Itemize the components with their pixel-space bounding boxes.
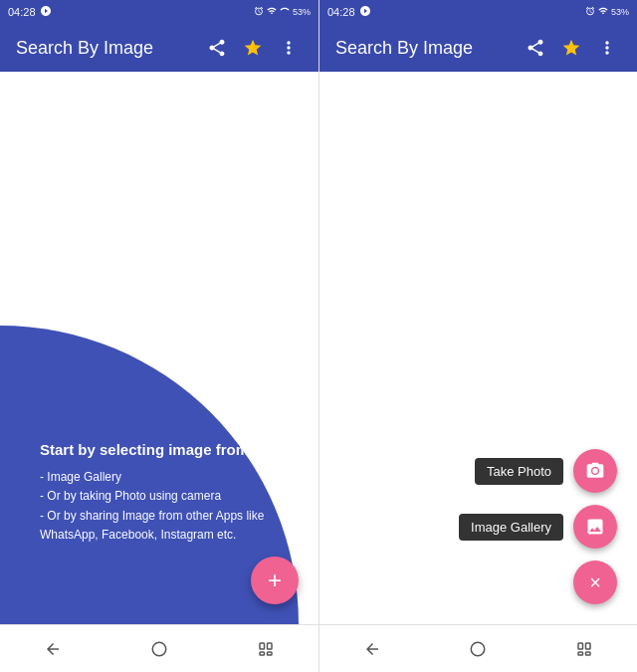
status-wifi-icon-2 <box>598 6 608 18</box>
image-gallery-label: Image Gallery <box>459 514 563 541</box>
app-bar-1: Search By Image <box>0 24 318 72</box>
intro-text-block: Start by selecting image from: - Image G… <box>40 441 269 545</box>
fab-close-button[interactable]: × <box>573 560 617 604</box>
app-bar-actions-1 <box>203 34 303 62</box>
nav-back-1[interactable] <box>33 629 73 669</box>
content-area-2: Take Photo Image Gallery × <box>319 72 637 624</box>
fab-button-1[interactable]: + <box>251 557 299 604</box>
status-signal-icon-1 <box>40 5 52 19</box>
content-area-1: Start by selecting image from: - Image G… <box>0 72 318 624</box>
take-photo-label: Take Photo <box>475 458 563 485</box>
status-signal-bars-1 <box>280 6 290 18</box>
svg-rect-2 <box>267 643 272 649</box>
svg-rect-4 <box>267 652 272 655</box>
phone-screen-2: 04:28 53% Search By Image <box>318 0 637 672</box>
take-photo-button[interactable] <box>573 449 617 493</box>
svg-rect-3 <box>260 652 265 655</box>
status-bar-1: 04:28 53% <box>0 0 318 24</box>
svg-rect-6 <box>578 643 583 649</box>
status-time-1: 04:28 <box>8 6 36 18</box>
nav-bar-1 <box>0 624 318 672</box>
phone-screen-1: 04:28 53% Search By Image <box>0 0 318 672</box>
svg-rect-9 <box>585 652 590 655</box>
nav-home-1[interactable] <box>139 629 179 669</box>
svg-rect-8 <box>578 652 583 655</box>
more-options-button-1[interactable] <box>275 34 303 62</box>
status-signal-icon-2 <box>359 5 371 19</box>
nav-recents-2[interactable] <box>564 629 604 669</box>
status-bar-left-1: 04:28 <box>8 5 52 19</box>
more-options-button-2[interactable] <box>593 34 621 62</box>
status-bar-2: 04:28 53% <box>319 0 637 24</box>
status-wifi-icon-1 <box>267 6 277 18</box>
status-alarm-icon-2 <box>585 6 595 18</box>
fab-options-container: Take Photo Image Gallery × <box>459 449 617 604</box>
app-bar-2: Search By Image <box>319 24 637 72</box>
status-alarm-icon-1 <box>254 6 264 18</box>
svg-point-5 <box>472 642 486 656</box>
svg-point-0 <box>152 642 166 656</box>
star-button-2[interactable] <box>557 34 585 62</box>
star-button-1[interactable] <box>239 34 267 62</box>
share-button-1[interactable] <box>203 34 231 62</box>
svg-rect-1 <box>260 643 265 649</box>
status-bar-right-2: 53% <box>585 6 629 18</box>
status-time-2: 04:28 <box>327 6 355 18</box>
intro-item-2: - Or by taking Photo using camera <box>40 487 269 506</box>
intro-item-1: - Image Gallery <box>40 468 269 487</box>
nav-recents-1[interactable] <box>246 629 286 669</box>
app-title-1: Search By Image <box>16 38 203 59</box>
status-battery-1: 53% <box>293 7 311 17</box>
status-bar-left-2: 04:28 <box>327 5 371 19</box>
app-bar-actions-2 <box>522 34 621 62</box>
intro-item-3: - Or by sharing Image from other Apps li… <box>40 507 269 545</box>
share-button-2[interactable] <box>522 34 549 62</box>
nav-back-2[interactable] <box>352 629 392 669</box>
nav-home-2[interactable] <box>458 629 498 669</box>
intro-title: Start by selecting image from: <box>40 441 269 458</box>
app-title-2: Search By Image <box>335 38 522 59</box>
svg-rect-7 <box>585 643 590 649</box>
image-gallery-button[interactable] <box>573 505 617 549</box>
status-bar-right-1: 53% <box>254 6 311 18</box>
nav-bar-2 <box>319 624 637 672</box>
image-gallery-row: Image Gallery <box>459 505 617 549</box>
status-battery-2: 53% <box>611 7 629 17</box>
take-photo-row: Take Photo <box>475 449 617 493</box>
